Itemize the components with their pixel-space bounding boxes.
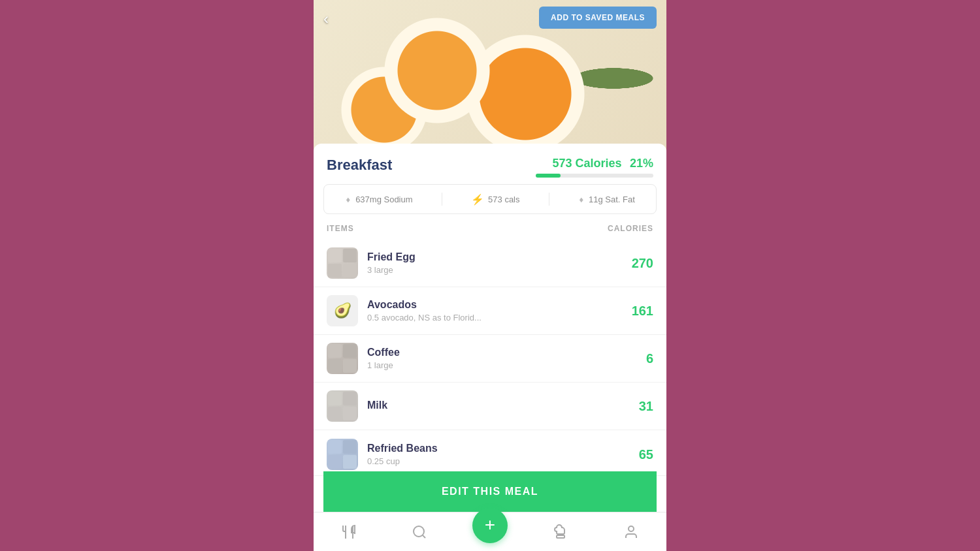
- avocado-thumb: 🥑: [327, 295, 358, 326]
- bottom-nav: +: [314, 512, 666, 551]
- divider-1: [442, 193, 442, 206]
- svg-rect-1: [557, 535, 564, 538]
- calories-text: 573 Calories: [552, 157, 621, 170]
- food-item-refried-beans[interactable]: Refried Beans 0.25 cup 65: [314, 433, 666, 476]
- beans-thumb: [327, 439, 358, 470]
- food-image: ‹ ADD TO SAVED MEALS: [314, 0, 666, 157]
- chef-icon: [553, 524, 568, 540]
- sodium-icon: ⬧: [345, 193, 351, 205]
- items-header: ITEMS CALORIES: [314, 224, 666, 240]
- calories-info: 573 Calories 21%: [536, 157, 653, 178]
- calories-col-label: CALORIES: [608, 224, 653, 233]
- fried-egg-calories: 270: [632, 256, 653, 271]
- fork-knife-icon: [341, 524, 357, 540]
- sodium-item: ⬧ 637mg Sodium: [345, 193, 412, 205]
- milk-calories: 31: [639, 399, 653, 414]
- back-button[interactable]: ‹: [323, 10, 329, 28]
- meal-title: Breakfast: [327, 157, 392, 174]
- food-item-milk[interactable]: Milk 31: [314, 383, 666, 430]
- coffee-desc: 1 large: [367, 360, 646, 370]
- milk-name: Milk: [367, 400, 639, 411]
- profile-icon: [623, 524, 639, 540]
- sat-fat-text: 11g Sat. Fat: [589, 195, 635, 204]
- items-label: ITEMS: [327, 224, 354, 233]
- calories-percent: 21%: [630, 157, 653, 170]
- cals-text: 573 cals: [488, 195, 519, 204]
- svg-point-2: [629, 526, 634, 531]
- edit-meal-button[interactable]: EDIT THIS MEAL: [323, 471, 657, 512]
- food-item-coffee[interactable]: Coffee 1 large 6: [314, 335, 666, 383]
- milk-info: Milk: [367, 400, 639, 413]
- nav-meals[interactable]: [314, 512, 384, 551]
- coffee-calories: 6: [646, 351, 653, 366]
- sat-fat-icon: ⬧: [578, 193, 585, 205]
- milk-thumb: [327, 390, 358, 422]
- fried-egg-name: Fried Egg: [367, 251, 632, 263]
- fried-egg-info: Fried Egg 3 large: [367, 251, 632, 275]
- nutrition-row: ⬧ 637mg Sodium ⚡ 573 cals ⬧ 11g Sat. Fat: [323, 184, 657, 214]
- coffee-info: Coffee 1 large: [367, 347, 646, 370]
- cals-icon: ⚡: [471, 193, 484, 206]
- food-item-fried-egg[interactable]: Fried Egg 3 large 270: [314, 240, 666, 287]
- progress-bar-fill: [536, 174, 561, 178]
- food-item-avocados[interactable]: 🥑 Avocados 0.5 avocado, NS as to Florid.…: [314, 287, 666, 335]
- avocado-info: Avocados 0.5 avocado, NS as to Florid...: [367, 299, 632, 323]
- beans-desc: 0.25 cup: [367, 456, 639, 466]
- beans-info: Refried Beans 0.25 cup: [367, 443, 639, 466]
- add-center-button[interactable]: +: [472, 508, 508, 543]
- nav-search[interactable]: [384, 512, 455, 551]
- search-icon: [412, 524, 427, 540]
- divider-2: [549, 193, 549, 206]
- fried-egg-thumb: [327, 247, 358, 279]
- beans-calories: 65: [639, 447, 653, 462]
- nav-chef[interactable]: [525, 512, 596, 551]
- nav-profile[interactable]: [596, 512, 666, 551]
- progress-bar-container: [536, 174, 653, 178]
- avocado-name: Avocados: [367, 299, 632, 311]
- nav-add[interactable]: +: [455, 512, 525, 551]
- fried-egg-desc: 3 large: [367, 265, 632, 275]
- meal-header: Breakfast 573 Calories 21%: [314, 144, 666, 184]
- avocado-emoji: 🥑: [334, 302, 351, 319]
- avocado-calories: 161: [632, 304, 653, 319]
- phone-container: ‹ ADD TO SAVED MEALS Breakfast 573 Calor…: [314, 0, 666, 551]
- coffee-name: Coffee: [367, 347, 646, 358]
- beans-name: Refried Beans: [367, 443, 639, 454]
- add-icon: +: [485, 516, 495, 534]
- sodium-text: 637mg Sodium: [355, 195, 412, 204]
- food-list: Fried Egg 3 large 270 🥑 Avocados 0.5 avo…: [314, 240, 666, 430]
- sat-fat-item: ⬧ 11g Sat. Fat: [578, 193, 635, 205]
- coffee-thumb: [327, 343, 358, 374]
- cals-item: ⚡ 573 cals: [471, 193, 519, 206]
- svg-point-0: [414, 526, 424, 537]
- add-saved-button[interactable]: ADD TO SAVED MEALS: [539, 7, 657, 29]
- avocado-desc: 0.5 avocado, NS as to Florid...: [367, 313, 632, 323]
